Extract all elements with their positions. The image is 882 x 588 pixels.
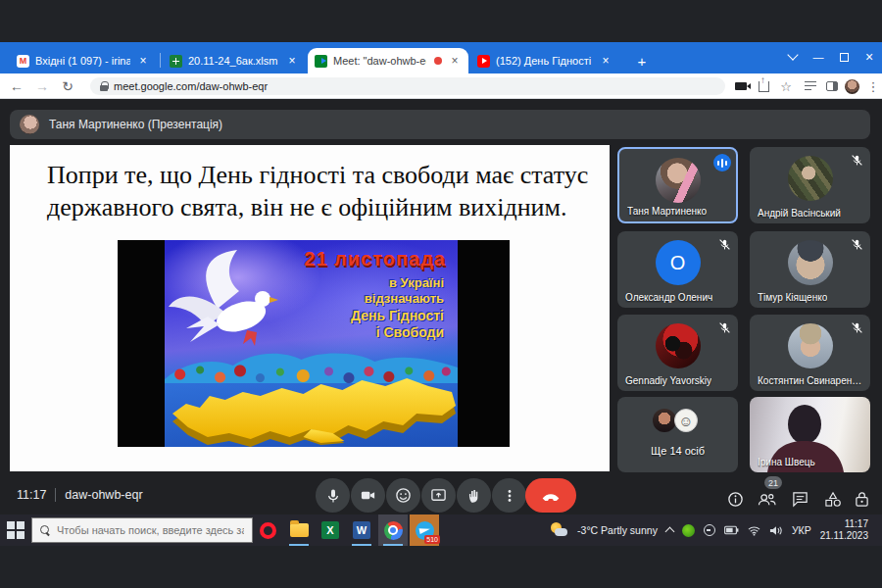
- more-options-button[interactable]: [492, 478, 526, 513]
- activities-icon: [824, 491, 842, 508]
- reactions-button[interactable]: [386, 478, 420, 513]
- participant-name: Gennadiy Yavorskiy: [625, 375, 711, 386]
- tab-label: (152) День Гідності та Свободи: [496, 55, 593, 67]
- weather-icon[interactable]: [549, 522, 568, 538]
- poster-line: і Свободи: [376, 324, 444, 340]
- people-icon: [758, 491, 776, 508]
- speaker-icon[interactable]: [769, 525, 783, 536]
- slide-poster: 21 листопада в Україні відзначають День …: [118, 240, 510, 447]
- participant-tile[interactable]: Андрій Васінський: [750, 147, 870, 223]
- language-indicator[interactable]: УКР: [792, 524, 811, 536]
- divider: [55, 488, 56, 502]
- close-window-button[interactable]: ×: [857, 42, 882, 72]
- reload-button[interactable]: ↻: [59, 77, 76, 95]
- participant-tile-video[interactable]: Ірина Швець: [750, 397, 870, 472]
- url-text: meet.google.com/daw-ohwb-eqr: [114, 80, 268, 92]
- mic-off-icon: [718, 321, 731, 334]
- tab-close-icon[interactable]: ×: [599, 54, 612, 68]
- taskbar-search[interactable]: [31, 517, 253, 543]
- taskbar-chrome[interactable]: [378, 514, 408, 546]
- start-button[interactable]: [7, 521, 24, 539]
- chat-button[interactable]: [790, 489, 809, 509]
- tab-label: 20.11-24_6ак.xlsm - Google Таб: [188, 55, 279, 67]
- activities-button[interactable]: [823, 489, 843, 509]
- participant-tile[interactable]: Тімур Кіященко: [750, 231, 870, 308]
- meeting-details-button[interactable]: [725, 489, 745, 509]
- chat-icon: [792, 491, 808, 508]
- camera-button[interactable]: [351, 478, 385, 513]
- tray-app-icon[interactable]: [682, 524, 695, 537]
- participant-name: Костянтин Свинарен…: [758, 375, 861, 386]
- presenter-banner-label: Таня Мартиненко (Презентація): [49, 118, 222, 131]
- tray-sync-icon[interactable]: [704, 524, 715, 536]
- minimize-button[interactable]: —: [806, 42, 831, 72]
- lock-icon: [855, 491, 869, 508]
- share-icon[interactable]: [755, 77, 772, 95]
- phone-icon: [541, 491, 561, 501]
- mic-button[interactable]: [316, 478, 350, 513]
- media-camera-indicator-icon[interactable]: [732, 77, 750, 95]
- tab-search-button[interactable]: [780, 42, 806, 72]
- raise-hand-button[interactable]: [457, 478, 491, 513]
- reading-list-icon[interactable]: [802, 77, 819, 95]
- participant-tile[interactable]: О Олександр Оленич: [617, 231, 738, 308]
- folder-icon: [290, 523, 309, 537]
- participant-tile[interactable]: Gennadiy Yavorskiy: [617, 315, 738, 391]
- browser-toolbar: ← → ↻ meet.google.com/daw-ohwb-eqr ☆ ⋮: [0, 74, 882, 99]
- participant-avatar: [788, 323, 833, 368]
- taskbar-clock[interactable]: 11:17 21.11.2023: [820, 518, 868, 542]
- battery-icon[interactable]: [724, 525, 739, 535]
- recording-dot-icon: [434, 57, 442, 65]
- dove-icon: [165, 244, 318, 381]
- more-participants-tile[interactable]: ☺ Ще 14 осіб: [617, 397, 738, 472]
- participant-name: Таня Мартиненко: [627, 206, 707, 217]
- taskbar-explorer[interactable]: [284, 514, 314, 546]
- participant-avatar: О: [656, 240, 701, 285]
- end-call-button[interactable]: [525, 478, 576, 513]
- browser-menu-icon[interactable]: ⋮: [864, 77, 882, 95]
- tab-label: Meet: "daw-ohwb-eqr": [333, 55, 426, 67]
- emoji-icon: [395, 487, 412, 504]
- tab-gmail[interactable]: M Вхідні (1 097) - irinachipenkooo ×: [10, 48, 157, 74]
- participant-avatar: [788, 156, 833, 201]
- participant-name: Олександр Оленич: [625, 292, 712, 303]
- system-tray: -3°C Partly sunny УКР: [549, 514, 882, 546]
- forward-button[interactable]: →: [33, 77, 51, 95]
- bookmark-star-icon[interactable]: ☆: [777, 77, 795, 95]
- search-input[interactable]: [57, 524, 244, 536]
- participant-tile[interactable]: Костянтин Свинарен…: [750, 315, 870, 391]
- mic-off-icon: [718, 238, 731, 251]
- participant-avatar: [656, 158, 701, 203]
- show-participants-button[interactable]: [757, 489, 776, 509]
- host-controls-button[interactable]: [852, 489, 871, 509]
- tab-close-icon[interactable]: ×: [136, 54, 150, 68]
- tray-chevron-icon[interactable]: [664, 527, 674, 537]
- wifi-icon[interactable]: [748, 525, 760, 536]
- participant-name: Тімур Кіященко: [758, 292, 827, 303]
- info-icon: [727, 491, 744, 508]
- tab-youtube[interactable]: (152) День Гідності та Свободи ×: [470, 48, 619, 74]
- tab-close-icon[interactable]: ×: [285, 54, 299, 68]
- meeting-code: daw-ohwb-eqr: [65, 488, 142, 502]
- new-tab-button[interactable]: +: [631, 50, 653, 72]
- tab-meet-active[interactable]: Meet: "daw-ohwb-eqr" ×: [308, 48, 468, 74]
- letterbox-top: [0, 0, 882, 42]
- back-button[interactable]: ←: [8, 77, 25, 95]
- participant-count-badge: 21: [764, 476, 782, 489]
- present-screen-button[interactable]: [421, 478, 456, 513]
- chrome-icon: [384, 521, 403, 540]
- maximize-button[interactable]: [831, 42, 857, 72]
- taskbar-opera[interactable]: [253, 514, 282, 546]
- side-panel-icon[interactable]: [823, 77, 841, 95]
- tab-close-icon[interactable]: ×: [448, 54, 462, 68]
- weather-text[interactable]: -3°C Partly sunny: [577, 524, 658, 536]
- participant-tile[interactable]: Таня Мартиненко: [617, 147, 738, 223]
- taskbar-excel[interactable]: X: [316, 514, 345, 546]
- taskbar-word[interactable]: W: [347, 514, 376, 546]
- taskbar-telegram[interactable]: 510: [410, 514, 439, 546]
- tab-sheets[interactable]: 20.11-24_6ак.xlsm - Google Таб ×: [163, 48, 306, 74]
- address-bar[interactable]: meet.google.com/daw-ohwb-eqr: [90, 77, 725, 95]
- profile-avatar[interactable]: [843, 77, 860, 95]
- more-participants-label: Ще 14 осіб: [651, 445, 705, 457]
- word-icon: W: [353, 521, 370, 539]
